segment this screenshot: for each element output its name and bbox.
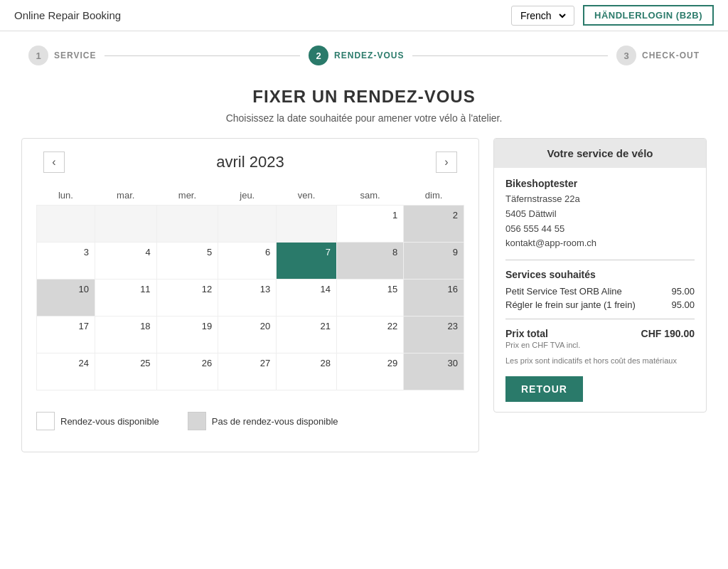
cal-day-29[interactable]: 29 xyxy=(337,353,404,390)
step-line-2 xyxy=(412,55,608,56)
cal-day-20[interactable]: 20 xyxy=(218,317,277,353)
page-subtitle: Choisissez la date souhaitée pour amener… xyxy=(14,112,714,124)
cal-day-17[interactable]: 17 xyxy=(37,317,95,353)
legend-available-box xyxy=(36,412,55,430)
calendar-card: ‹ avril 2023 › lun. mar. mer. jeu. ven. … xyxy=(21,138,479,452)
cal-day-16: 16 xyxy=(404,280,464,317)
dealer-login-button[interactable]: HÄNDLERLOGIN (B2B) xyxy=(583,5,714,26)
calendar-weekdays-row: lun. mar. mer. jeu. ven. sam. dim. xyxy=(37,186,464,206)
shop-name: Bikeshoptester xyxy=(505,178,695,189)
divider-2 xyxy=(505,319,695,319)
cal-day-6[interactable]: 6 xyxy=(218,243,277,280)
cal-day-21[interactable]: 21 xyxy=(277,317,337,353)
service-row-1: Petit Service Test ORB Aline 95.00 xyxy=(505,286,695,297)
cal-day-13[interactable]: 13 xyxy=(218,280,277,317)
cal-day-27[interactable]: 27 xyxy=(218,353,277,390)
cal-day-12[interactable]: 12 xyxy=(156,280,218,317)
total-label: Prix total xyxy=(505,328,548,339)
legend-unavailable-label: Pas de rendez-vous disponible xyxy=(212,416,338,427)
step-line-1 xyxy=(105,55,300,56)
step-rendezvous: 2 RENDEZ-VOUS xyxy=(309,46,404,65)
cal-day-23: 23 xyxy=(404,317,464,353)
legend-unavailable-box xyxy=(188,412,206,430)
service-name-1: Petit Service Test ORB Aline xyxy=(505,286,671,297)
language-dropdown[interactable]: French German English xyxy=(518,9,568,22)
header-right: French German English HÄNDLERLOGIN (B2B) xyxy=(511,5,714,26)
total-price: CHF 190.00 xyxy=(641,328,695,339)
cal-day-10: 10 xyxy=(37,280,95,317)
cal-day-8: 8 xyxy=(337,243,404,280)
cal-day-26[interactable]: 26 xyxy=(156,353,218,390)
shop-address1: Täfernstrasse 22a xyxy=(505,192,695,207)
calendar-row-1: 1 2 xyxy=(37,206,464,243)
weekday-jeu: jeu. xyxy=(218,186,277,206)
weekday-sam: sam. xyxy=(337,186,404,206)
service-name-2: Régler le frein sur jante (1 frein) xyxy=(505,299,671,310)
calendar-row-5: 24 25 26 27 28 29 30 xyxy=(37,353,464,390)
cal-cell-empty xyxy=(156,206,218,243)
weekday-mer: mer. xyxy=(156,186,218,206)
step3-label: CHECK-OUT xyxy=(642,50,700,60)
legend-available: Rendez-vous disponible xyxy=(36,412,159,430)
cal-day-3[interactable]: 3 xyxy=(37,243,95,280)
legend-available-label: Rendez-vous disponible xyxy=(60,416,159,427)
cal-day-25[interactable]: 25 xyxy=(95,353,156,390)
weekday-lun: lun. xyxy=(37,186,95,206)
cal-day-5[interactable]: 5 xyxy=(156,243,218,280)
cal-day-1[interactable]: 1 xyxy=(337,206,404,243)
cal-day-28[interactable]: 28 xyxy=(277,353,337,390)
sidebar: Votre service de vélo Bikeshoptester Täf… xyxy=(493,138,707,452)
calendar-legend: Rendez-vous disponible Pas de rendez-vou… xyxy=(36,405,464,437)
shop-phone: 056 555 44 55 xyxy=(505,222,695,237)
cal-day-18[interactable]: 18 xyxy=(95,317,156,353)
service-price-2: 95.00 xyxy=(671,299,695,310)
cal-cell-empty xyxy=(277,206,337,243)
step2-circle: 2 xyxy=(309,46,328,65)
calendar-header: ‹ avril 2023 › xyxy=(36,153,464,171)
step1-circle: 1 xyxy=(28,46,48,65)
calendar-month-title: avril 2023 xyxy=(216,153,284,171)
weekday-ven: ven. xyxy=(277,186,337,206)
cal-cell-empty xyxy=(218,206,277,243)
header: Online Repair Booking French German Engl… xyxy=(0,0,728,31)
total-row: Prix total CHF 190.00 xyxy=(505,328,695,339)
cal-day-15[interactable]: 15 xyxy=(337,280,404,317)
cal-day-24[interactable]: 24 xyxy=(37,353,95,390)
price-disclaimer: Les prix sont indicatifs et hors coût de… xyxy=(505,356,695,365)
legend-unavailable: Pas de rendez-vous disponible xyxy=(188,412,338,430)
cal-cell-empty xyxy=(37,206,95,243)
page-title-section: FIXER UN RENDEZ-VOUS Choisissez la date … xyxy=(0,80,728,138)
service-card-header: Votre service de vélo xyxy=(494,139,706,168)
cal-day-22[interactable]: 22 xyxy=(337,317,404,353)
cal-day-9: 9 xyxy=(404,243,464,280)
steps-nav: 1 SERVICE 2 RENDEZ-VOUS 3 CHECK-OUT xyxy=(0,31,728,80)
service-row-2: Régler le frein sur jante (1 frein) 95.0… xyxy=(505,299,695,310)
divider-1 xyxy=(505,260,695,260)
step3-circle: 3 xyxy=(616,46,636,65)
app-title: Online Repair Booking xyxy=(14,9,121,21)
cal-day-2: 2 xyxy=(404,206,464,243)
calendar-prev-button[interactable]: ‹ xyxy=(43,151,65,173)
retour-button[interactable]: RETOUR xyxy=(505,376,583,402)
step-service: 1 SERVICE xyxy=(28,46,96,65)
calendar-row-3: 10 11 12 13 14 15 16 xyxy=(37,280,464,317)
cal-day-7[interactable]: 7 xyxy=(277,243,337,280)
calendar-next-button[interactable]: › xyxy=(436,151,457,173)
main-content: ‹ avril 2023 › lun. mar. mer. jeu. ven. … xyxy=(0,138,728,467)
cal-day-19[interactable]: 19 xyxy=(156,317,218,353)
step-checkout: 3 CHECK-OUT xyxy=(616,46,700,65)
calendar-grid: lun. mar. mer. jeu. ven. sam. dim. xyxy=(36,186,464,390)
calendar-row-4: 17 18 19 20 21 22 23 xyxy=(37,317,464,353)
step1-label: SERVICE xyxy=(54,50,96,60)
cal-day-4[interactable]: 4 xyxy=(95,243,156,280)
language-selector[interactable]: French German English xyxy=(511,6,574,26)
total-note: Prix en CHF TVA incl. xyxy=(505,341,695,349)
shop-address2: 5405 Dättwil xyxy=(505,207,695,222)
step2-label: RENDEZ-VOUS xyxy=(334,50,404,60)
services-label: Services souhaités xyxy=(505,269,695,280)
service-price-1: 95.00 xyxy=(671,286,695,297)
cal-day-14[interactable]: 14 xyxy=(277,280,337,317)
cal-day-11[interactable]: 11 xyxy=(95,280,156,317)
service-card: Votre service de vélo Bikeshoptester Täf… xyxy=(493,138,707,413)
weekday-dim: dim. xyxy=(404,186,464,206)
